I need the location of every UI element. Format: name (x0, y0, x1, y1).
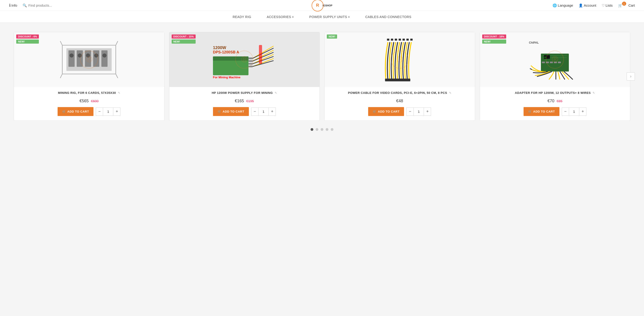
cart-row-2: 🛒 ADD TO CART − + (169, 107, 320, 116)
qty-increase-3[interactable]: + (424, 108, 431, 116)
price-current-2: €165 (235, 99, 244, 103)
nav-bar: READY RIG ACCESSORIES ≡ POWER SUPPLY UNI… (0, 11, 644, 23)
nav-power-supply[interactable]: POWER SUPPLY UNITS ≡ (308, 15, 350, 19)
svg-rect-2 (68, 50, 75, 67)
qty-increase-1[interactable]: + (113, 108, 120, 116)
svg-line-14 (60, 41, 62, 45)
badge-row-2: DISCOUNT - 15% NEW! (172, 34, 196, 44)
language-link[interactable]: 🌐 Language (552, 3, 573, 7)
top-bar-right: 🌐 Language 👤 Account ♡ Lists 🛒 1 Cart (552, 3, 635, 7)
svg-text:DPS-1200SB A: DPS-1200SB A (213, 50, 239, 54)
logo-circle: R (312, 0, 324, 11)
lists-link[interactable]: ♡ Lists (602, 3, 613, 7)
qty-control-3: − + (406, 108, 431, 116)
badge-row-3: NEW! (327, 34, 337, 38)
nav-cables[interactable]: CABLES AND CONNECTORS (364, 15, 412, 19)
svg-line-12 (60, 74, 62, 78)
cart-btn-icon-1: 🛒 (62, 110, 66, 113)
qty-input-4[interactable] (569, 108, 579, 116)
edit-icon-1[interactable]: ✎ (118, 91, 120, 94)
nav-accessories-label: ACCESSORIES (267, 15, 291, 19)
product-title-area-3: POWER CABLE FOR VIDEO CARDS, PCI-E, 6+2P… (324, 87, 475, 97)
svg-text:For Mining Machine: For Mining Machine (213, 76, 240, 79)
slider-next-arrow[interactable]: › (627, 72, 635, 81)
dot-3[interactable] (321, 128, 323, 131)
edit-icon-4[interactable]: ✎ (592, 91, 595, 94)
nav-ready-rig-label: READY RIG (233, 15, 251, 19)
add-to-cart-label-4: ADD TO CART (533, 110, 555, 113)
account-link[interactable]: 👤 Account (579, 3, 596, 7)
qty-increase-4[interactable]: + (579, 108, 586, 116)
price-row-4: €70 €85 (548, 99, 562, 103)
nav-cables-label: CABLES AND CONNECTORS (365, 15, 411, 19)
nav-power-supply-label: POWER SUPPLY UNITS (309, 15, 347, 19)
discount-badge-4: DISCOUNT - 18% (482, 34, 506, 38)
add-to-cart-button-3[interactable]: 🛒 ADD TO CART (368, 107, 404, 116)
badge-row-1: DISCOUNT - 6% NEW! (16, 34, 39, 44)
price-row-3: €48 (396, 99, 403, 103)
main-content: DISCOUNT - 6% NEW! Ⓡ (0, 23, 644, 228)
qty-input-3[interactable] (414, 108, 424, 116)
dot-1[interactable] (310, 128, 313, 131)
info-icon: ℹ (9, 3, 10, 8)
price-row-2: €165 €195 (235, 99, 254, 103)
search-input[interactable] (28, 3, 65, 7)
cart-btn-icon-4: 🛒 (528, 110, 532, 113)
add-to-cart-button-2[interactable]: 🛒 ADD TO CART (213, 107, 249, 116)
cart-row-1: 🛒 ADD TO CART − + (14, 107, 164, 116)
edit-icon-2[interactable]: ✎ (275, 91, 277, 94)
svg-point-7 (70, 53, 74, 57)
svg-rect-35 (387, 38, 390, 41)
qty-input-1[interactable] (103, 108, 113, 116)
chevron-right-icon: › (630, 74, 632, 79)
new-badge-4: NEW! (482, 39, 506, 44)
cart-btn-icon-3: 🛒 (373, 110, 376, 113)
account-icon: 👤 (579, 3, 583, 7)
product-name-4: ADAPTER FOR HP 1200W, 12 OUTPUTS+ 8 WIRE… (515, 91, 591, 94)
badge-row-4: DISCOUNT - 18% NEW! (482, 34, 506, 44)
svg-rect-45 (542, 62, 545, 63)
language-icon: 🌐 (552, 3, 557, 7)
cart-link[interactable]: 🛒 1 Cart (618, 3, 635, 7)
add-to-cart-button-4[interactable]: 🛒 ADD TO CART (524, 107, 560, 116)
price-current-1: €565 (80, 99, 89, 103)
product-title-area-2: HP 1200W POWER SUPPLY FOR MINING ✎ (169, 87, 320, 97)
dot-5[interactable] (331, 128, 334, 131)
price-current-4: €70 (548, 99, 554, 103)
qty-decrease-4[interactable]: − (562, 108, 569, 116)
heart-icon: ♡ (602, 3, 605, 7)
svg-rect-41 (410, 38, 413, 41)
product-title-area-1: MINING RIG, FOR 6 CARDS, 57X35X30 ✎ (14, 87, 164, 97)
info-link[interactable]: ℹ Info (9, 3, 17, 8)
svg-point-11 (102, 53, 106, 57)
price-old-1: €600 (91, 99, 98, 103)
new-badge-2: NEW! (172, 39, 196, 44)
product-name-2: HP 1200W POWER SUPPLY FOR MINING (212, 91, 273, 94)
account-label: Account (584, 3, 596, 7)
nav-ready-rig[interactable]: READY RIG (232, 15, 252, 19)
cart-label: Cart (628, 3, 635, 7)
dot-4[interactable] (326, 128, 328, 131)
logo-wrap[interactable]: R IGSHOP (312, 0, 332, 11)
qty-decrease-1[interactable]: − (96, 108, 103, 116)
svg-line-13 (116, 74, 118, 78)
logo-r: R (316, 3, 319, 8)
cart-row-3: 🛒 ADD TO CART − + (324, 107, 475, 116)
product-card-1: DISCOUNT - 6% NEW! Ⓡ (14, 32, 164, 121)
dot-2[interactable] (316, 128, 318, 131)
product-card-2: DISCOUNT - 15% NEW! Ⓡ (169, 32, 320, 121)
add-to-cart-label-1: ADD TO CART (68, 110, 89, 113)
product-image-3: Ⓡ (324, 32, 475, 87)
edit-icon-3[interactable]: ✎ (449, 91, 451, 94)
qty-decrease-2[interactable]: − (251, 108, 258, 116)
power-supply-dropdown-icon: ≡ (348, 15, 350, 18)
product-card-4: DISCOUNT - 18% NEW! Ⓡ (480, 32, 630, 121)
qty-decrease-3[interactable]: − (406, 108, 414, 116)
qty-increase-2[interactable]: + (268, 108, 276, 116)
svg-line-29 (253, 61, 274, 67)
svg-rect-36 (391, 38, 393, 41)
qty-input-2[interactable] (258, 108, 268, 116)
nav-accessories[interactable]: ACCESSORIES ≡ (266, 15, 294, 19)
add-to-cart-button-1[interactable]: 🛒 ADD TO CART (58, 107, 94, 116)
cart-icon: 🛒 (618, 3, 622, 7)
